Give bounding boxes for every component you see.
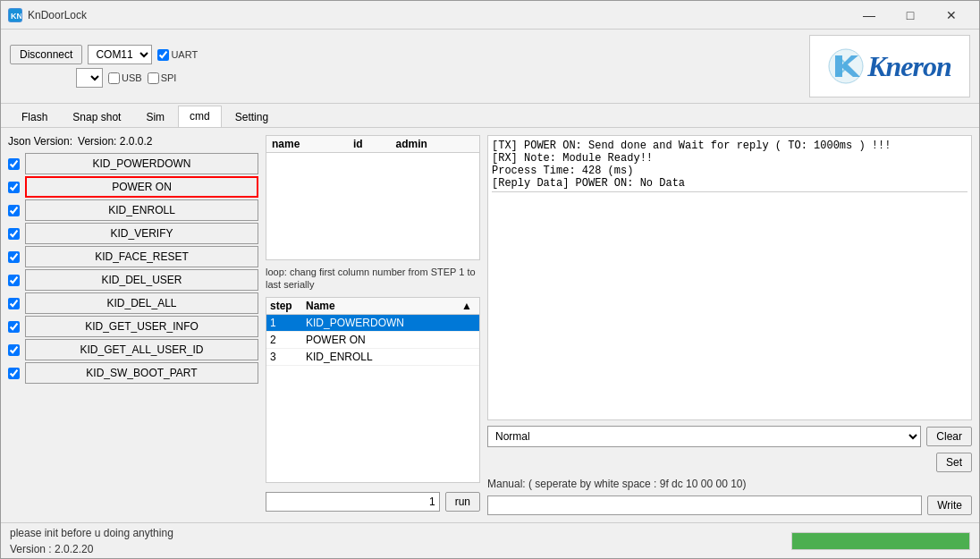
set-button[interactable]: Set [936,453,972,472]
run-count-input[interactable] [266,492,440,512]
run-row: run [266,488,480,515]
usb-label[interactable]: USB [108,72,142,84]
toolbar-row: Disconnect COM11 UART [10,45,198,88]
cmd-checkbox-1[interactable] [8,182,20,193]
cmd-checkbox-0[interactable] [8,158,20,170]
cmd-checkbox-2[interactable] [8,205,20,216]
table-row[interactable]: 2 POWER ON [266,332,479,349]
step-name: KID_POWERDOWN [306,317,476,329]
cmd-checkbox-6[interactable] [8,298,20,309]
cmd-button-0[interactable]: KID_POWERDOWN [25,153,258,174]
cmd-checkbox-5[interactable] [8,275,20,286]
logo-area: Kneron [809,35,970,97]
list-item: KID_GET_ALL_USER_ID [8,339,258,360]
cmd-button-4[interactable]: KID_FACE_RESET [25,246,258,267]
step-table-header: step Name ▲ [266,298,479,315]
scroll-indicator: ▲ [461,300,476,312]
list-item: KID_SW_BOOT_PART [8,362,258,384]
cmd-checkbox-7[interactable] [8,321,20,333]
param-table: name id admin [266,135,480,260]
usb-checkbox[interactable] [108,72,120,84]
second-combo-select[interactable] [76,68,103,88]
command-list: KID_POWERDOWN POWER ON KID_ENROLL [8,153,258,384]
param-col-name: name [266,136,348,153]
app-title: KnDoorLock [28,9,87,21]
cmd-checkbox-8[interactable] [8,344,20,356]
cmd-checkbox-4[interactable] [8,251,20,263]
spi-label[interactable]: SPI [148,72,177,84]
uart-label[interactable]: UART [157,49,198,61]
step-col-header: step [270,300,306,312]
close-button[interactable]: ✕ [931,1,972,30]
spi-checkbox[interactable] [148,72,159,84]
cmd-checkbox-9[interactable] [8,368,20,379]
log-line-2: Process Time: 428 (ms) [492,165,967,177]
maximize-button[interactable]: □ [890,1,931,30]
tab-sim[interactable]: Sim [134,106,176,127]
main-window: KN KnDoorLock — □ ✕ Disconnect COM11 UAR… [0,0,980,559]
loop-label: loop: chang first column number from STE… [266,266,480,292]
uart-checkbox-wrapper: UART [157,49,198,61]
cmd-button-1[interactable]: POWER ON [25,176,258,198]
status-text: please init before u doing anything Vers… [10,525,173,557]
com-port-select[interactable]: COM11 [88,45,152,64]
tab-setting[interactable]: Setting [224,106,280,127]
log-area[interactable]: [TX] POWER ON: Send done and Wait for re… [487,135,972,420]
cmd-button-6[interactable]: KID_DEL_ALL [25,292,258,314]
usb-text: USB [122,72,142,83]
cmd-button-8[interactable]: KID_GET_ALL_USER_ID [25,339,258,360]
step-table: step Name ▲ 1 KID_POWERDOWN 2 POWER ON 3 [266,297,480,483]
tab-cmd[interactable]: cmd [178,106,222,127]
manual-label: Manual: ( seperate by white space : 9f d… [487,478,972,490]
spi-checkbox-wrapper: SPI [148,72,177,84]
titlebar: KN KnDoorLock — □ ✕ [1,1,979,30]
logo-circle [828,48,864,84]
toolbar-bottom-row: USB SPI [10,68,198,88]
usb-checkbox-wrapper: USB [108,72,142,84]
clear-button[interactable]: Clear [926,427,972,446]
disconnect-button[interactable]: Disconnect [10,45,82,64]
kneron-logo: Kneron [828,48,951,84]
list-item: KID_ENROLL [8,199,258,221]
tab-bar: Flash Snap shot Sim cmd Setting [1,104,979,128]
table-row[interactable]: 1 KID_POWERDOWN [266,315,479,332]
list-item: KID_GET_USER_INFO [8,316,258,337]
middle-panel: name id admin loop: chang first column n… [266,135,480,515]
logo-neron: neron [886,50,951,82]
step-number: 1 [270,317,306,329]
json-version-value: Version: 2.0.0.2 [78,135,152,148]
list-item: KID_DEL_ALL [8,292,258,314]
tab-snapshot[interactable]: Snap shot [61,106,132,127]
manual-input[interactable] [487,495,922,515]
logo-k: K [867,50,885,82]
write-button[interactable]: Write [927,495,972,515]
run-button[interactable]: run [445,492,480,512]
main-content: Json Version: Version: 2.0.0.2 KID_POWER… [1,128,979,522]
cmd-button-5[interactable]: KID_DEL_USER [25,269,258,291]
cmd-button-7[interactable]: KID_GET_USER_INFO [25,316,258,337]
step-table-body[interactable]: 1 KID_POWERDOWN 2 POWER ON 3 KID_ENROLL [266,315,479,482]
table-row[interactable]: 3 KID_ENROLL [266,349,479,366]
cmd-checkbox-3[interactable] [8,228,20,240]
tab-flash[interactable]: Flash [10,106,59,127]
cmd-button-3[interactable]: KID_VERIFY [25,223,258,244]
minimize-button[interactable]: — [849,1,890,30]
set-row: Set [487,453,972,472]
mode-select[interactable]: Normal Mode1 Mode2 [487,426,921,447]
list-item: KID_FACE_RESET [8,246,258,267]
cmd-button-2[interactable]: KID_ENROLL [25,199,258,221]
toolbar-top-row: Disconnect COM11 UART [10,45,198,64]
uart-text: UART [171,49,198,60]
json-version-label: Json Version: [8,135,72,148]
status-line1: please init before u doing anything [10,525,173,541]
titlebar-left: KN KnDoorLock [8,8,87,22]
cmd-button-9[interactable]: KID_SW_BOOT_PART [25,362,258,384]
statusbar: please init before u doing anything Vers… [1,522,979,558]
uart-checkbox[interactable] [157,49,169,61]
app-icon: KN [8,8,22,22]
svg-text:KN: KN [11,12,21,21]
left-panel: Json Version: Version: 2.0.0.2 KID_POWER… [8,135,258,515]
step-name: POWER ON [306,334,476,346]
log-line-1: [RX] Note: Module Ready!! [492,152,967,165]
list-item: KID_POWERDOWN [8,153,258,174]
